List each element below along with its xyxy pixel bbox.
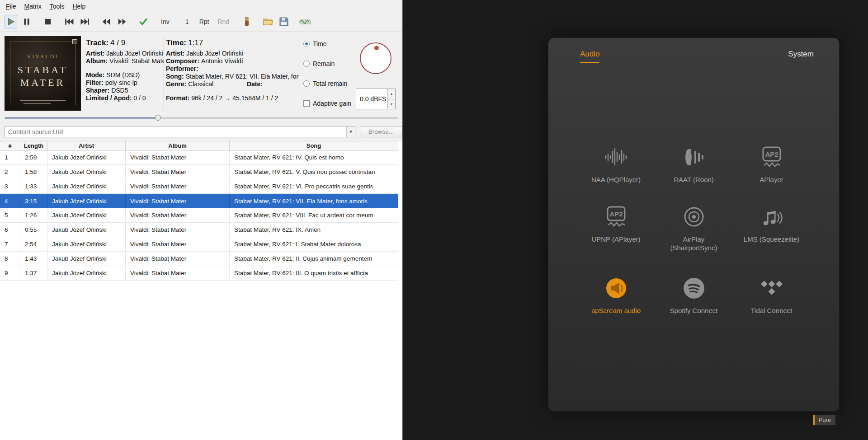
device-tabbar: Audio System — [580, 50, 814, 63]
cell-song: Stabat Mater, RV 621: VII. Eia Mater, fo… — [230, 194, 398, 208]
column-header-artist[interactable]: Artist — [47, 141, 126, 150]
pause-button[interactable] — [20, 15, 33, 28]
radio-total-remain[interactable]: Total remain — [303, 80, 351, 88]
repeat-button[interactable]: Rpt — [197, 15, 212, 28]
cell-length: 1:33 — [20, 179, 47, 193]
device-panel: Audio System NAA (HQPlayer)RAAT (Roon)AP… — [548, 37, 840, 412]
menu-help[interactable]: Help — [68, 1, 90, 12]
save-playlist-button[interactable] — [278, 15, 290, 28]
naa-waveform-icon — [604, 141, 628, 173]
playlist-row[interactable]: 12:59Jakub Józef OrlińskiVivaldi: Stabat… — [0, 150, 398, 165]
output-config-button[interactable] — [299, 15, 311, 28]
cell-album: Vivaldi: Stabat Mater — [126, 237, 230, 251]
source-label: Spotify Connect — [670, 306, 718, 315]
rewind-button[interactable] — [100, 15, 113, 28]
source-dropdown-button[interactable]: ▾ — [346, 126, 355, 137]
column-header-length[interactable]: Length — [20, 141, 47, 150]
cell-length: 0:55 — [20, 223, 47, 237]
random-button[interactable]: Rnd — [215, 15, 232, 28]
tab-audio[interactable]: Audio — [580, 50, 599, 63]
filter-line: Filter:poly-sinc-lp — [86, 79, 164, 87]
cell-song: Stabat Mater, RV 621: VI. Pro peccattis … — [230, 179, 398, 193]
cell-album: Vivaldi: Stabat Mater — [126, 194, 230, 208]
column-header-album[interactable]: Album — [126, 141, 230, 150]
ap2-badge-icon: AP2 — [604, 201, 628, 233]
album-art-caption — [20, 100, 66, 104]
cell-num: 5 — [0, 208, 20, 222]
active-indicator-bar — [813, 415, 815, 425]
playlist-row[interactable]: 43:15Jakub Józef OrlińskiVivaldi: Stabat… — [0, 194, 398, 208]
device-status-badge[interactable]: Pure — [813, 415, 835, 425]
volume-knob[interactable] — [360, 42, 392, 74]
cell-artist: Jakub Józef Orliński — [47, 252, 126, 266]
option-label: Time — [313, 40, 327, 47]
time-info: Time:1:17 Artist:Jakub Józef Orliński Co… — [166, 38, 299, 102]
now-playing-panel: VIVALDI STABAT MATER Track:4 / 9 Artist:… — [0, 32, 402, 115]
checkbox-adaptive-gain[interactable]: Adaptive gain — [303, 99, 351, 108]
progress-handle[interactable] — [155, 115, 161, 121]
song-performer: Performer: — [166, 65, 299, 73]
volume-spinbox[interactable]: 0.0 dBFS ▲ ▼ — [356, 89, 396, 109]
cell-num: 1 — [0, 150, 20, 164]
menu-matrix[interactable]: Matrix — [20, 1, 46, 12]
repeat-count-button[interactable]: 1 — [181, 15, 193, 28]
source-tidal-connect[interactable]: Tidal Connect — [733, 272, 811, 315]
open-playlist-button[interactable] — [262, 15, 274, 28]
source-apscream-audio[interactable]: apScream audio — [577, 272, 655, 315]
pipeline-button[interactable] — [241, 15, 253, 28]
source-raat-roon[interactable]: RAAT (Roon) — [655, 141, 733, 201]
source-aplayer[interactable]: AP2APlayer — [733, 141, 811, 201]
confirm-button[interactable] — [137, 15, 150, 28]
menu-file[interactable]: File — [2, 1, 20, 12]
cell-num: 7 — [0, 237, 20, 251]
playlist-row[interactable]: 72:54Jakub Józef OrlińskiVivaldi: Stabat… — [0, 237, 398, 252]
previous-track-button[interactable] — [63, 15, 75, 28]
playlist-row[interactable]: 31:33Jakub Józef OrlińskiVivaldi: Stabat… — [0, 179, 398, 194]
source-spotify-connect[interactable]: Spotify Connect — [655, 272, 733, 315]
svg-text:AP2: AP2 — [609, 210, 623, 218]
progress-groove — [5, 117, 398, 119]
check-icon — [139, 18, 148, 26]
source-naa-hqplayer[interactable]: NAA (HQPlayer) — [577, 141, 655, 201]
next-track-button[interactable] — [79, 15, 91, 28]
column-header-song[interactable]: Song — [230, 141, 398, 150]
spin-down-button[interactable]: ▼ — [388, 99, 395, 109]
browse-button[interactable]: Browse... — [360, 126, 402, 137]
album-art-line: MATER — [5, 76, 81, 89]
desktop-background: Audio System NAA (HQPlayer)RAAT (Roon)AP… — [403, 0, 868, 440]
output-config-icon — [299, 18, 311, 26]
playlist-row[interactable]: 60:55Jakub Józef OrlińskiVivaldi: Stabat… — [0, 223, 398, 237]
radio-time[interactable]: Time — [303, 40, 351, 48]
ap2-badge-icon: AP2 — [760, 141, 784, 173]
album-art-line: STABAT — [5, 64, 81, 76]
invert-button[interactable]: Inv — [158, 15, 172, 28]
cell-length: 2:54 — [20, 237, 47, 251]
open-folder-icon — [263, 18, 273, 26]
tab-system[interactable]: System — [788, 50, 814, 63]
source-lms-squeezelite[interactable]: LMS (Squeezelite) — [733, 201, 811, 272]
play-button[interactable] — [5, 15, 17, 28]
mode-line: Mode:SDM (DSD) — [86, 71, 164, 79]
playlist-row[interactable]: 81:43Jakub Józef OrlińskiVivaldi: Stabat… — [0, 252, 398, 266]
cell-song: Stabat Mater, RV 621: III. O quam tristi… — [230, 266, 398, 280]
cell-length: 2:59 — [20, 150, 47, 164]
column-header-num[interactable]: # — [0, 141, 20, 150]
playlist-row[interactable]: 21:58Jakub Józef OrlińskiVivaldi: Stabat… — [0, 165, 398, 179]
content-source-input[interactable] — [5, 126, 355, 137]
menu-tools[interactable]: Tools — [46, 1, 69, 12]
pipeline-icon — [242, 17, 251, 27]
fast-forward-button[interactable] — [116, 15, 128, 28]
spin-up-button[interactable]: ▲ — [388, 89, 395, 99]
stop-icon — [44, 18, 52, 26]
source-label: APlayer — [760, 175, 783, 184]
playlist-row[interactable]: 51:26Jakub Józef OrlińskiVivaldi: Stabat… — [0, 208, 398, 223]
cell-artist: Jakub Józef Orliński — [47, 223, 126, 237]
radio-remain[interactable]: Remain — [303, 60, 351, 68]
playlist-row[interactable]: 91:37Jakub Józef OrlińskiVivaldi: Stabat… — [0, 266, 398, 281]
music-note-icon — [760, 201, 783, 233]
stop-button[interactable] — [42, 15, 54, 28]
source-airplay-shairportsync[interactable]: AirPlay (ShairportSync) — [655, 201, 733, 272]
format-line: Format:96k / 24 / 2 → 45.1584M / 1 / 2 — [166, 94, 299, 102]
source-upnp-aplayer[interactable]: AP2UPNP (APlayer) — [577, 201, 655, 272]
progress-slider[interactable] — [5, 114, 398, 122]
